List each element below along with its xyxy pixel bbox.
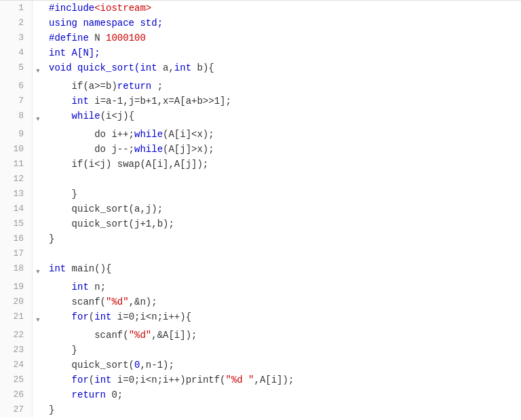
fold-indicator <box>33 358 43 373</box>
line-content: if(a>=b)return ; <box>43 79 521 94</box>
line-content: int A[N]; <box>43 45 521 60</box>
fold-indicator <box>33 127 43 142</box>
line-content: quick_sort(0,n-1); <box>43 358 521 373</box>
line-number: 1 <box>0 1 33 16</box>
line-number: 9 <box>0 127 33 142</box>
fold-indicator <box>33 402 43 417</box>
line-number: 14 <box>0 202 33 216</box>
line-content: #include<iostream> <box>43 1 521 16</box>
line-row: 12 <box>0 172 521 187</box>
line-number: 8 <box>0 109 33 127</box>
line-number: 27 <box>0 402 33 417</box>
line-content: quick_sort(j+1,b); <box>43 216 521 231</box>
line-row: 26 return 0; <box>0 387 521 402</box>
line-content: } <box>43 343 521 358</box>
fold-indicator <box>33 1 43 16</box>
line-content: } <box>43 402 521 417</box>
fold-indicator <box>33 231 43 246</box>
line-row: 4int A[N]; <box>0 45 521 60</box>
line-content: for(int i=0;i<n;i++){ <box>43 309 521 328</box>
fold-indicator <box>33 246 43 261</box>
line-content <box>43 246 521 261</box>
line-row: 14 quick_sort(a,j); <box>0 202 521 216</box>
line-row: 15 quick_sort(j+1,b); <box>0 216 521 231</box>
line-number: 23 <box>0 343 33 358</box>
line-content: using namespace std; <box>43 16 521 31</box>
line-number: 6 <box>0 79 33 94</box>
fold-indicator <box>33 31 43 45</box>
fold-indicator <box>33 172 43 187</box>
line-content: void quick_sort(int a,int b){ <box>43 60 521 79</box>
line-content: do i++;while(A[i]<x); <box>43 127 521 142</box>
code-area: 1#include<iostream>2using namespace std;… <box>0 1 521 417</box>
line-number: 17 <box>0 246 33 261</box>
fold-indicator[interactable] <box>33 109 43 127</box>
line-row: 16} <box>0 231 521 246</box>
line-number: 22 <box>0 328 33 343</box>
line-row: 3#define N 1000100 <box>0 31 521 45</box>
line-row: 8 while(i<j){ <box>0 109 521 127</box>
fold-indicator <box>33 45 43 60</box>
line-content: if(i<j) swap(A[i],A[j]); <box>43 157 521 172</box>
line-row: 27} <box>0 402 521 417</box>
fold-indicator <box>33 216 43 231</box>
line-row: 20 scanf("%d",&n); <box>0 294 521 309</box>
line-number: 21 <box>0 309 33 328</box>
line-number: 2 <box>0 16 33 31</box>
line-row: 9 do i++;while(A[i]<x); <box>0 127 521 142</box>
fold-indicator <box>33 373 43 387</box>
line-number: 16 <box>0 231 33 246</box>
fold-indicator <box>33 79 43 94</box>
line-content: int main(){ <box>43 261 521 280</box>
fold-indicator[interactable] <box>33 309 43 328</box>
line-row: 1#include<iostream> <box>0 1 521 16</box>
fold-indicator <box>33 142 43 157</box>
line-row: 24 quick_sort(0,n-1); <box>0 358 521 373</box>
line-number: 24 <box>0 358 33 373</box>
line-number: 25 <box>0 373 33 387</box>
line-number: 20 <box>0 294 33 309</box>
line-number: 19 <box>0 280 33 294</box>
line-content: #define N 1000100 <box>43 31 521 45</box>
line-number: 26 <box>0 387 33 402</box>
line-content: scanf("%d",&A[i]); <box>43 328 521 343</box>
fold-indicator <box>33 343 43 358</box>
line-number: 4 <box>0 45 33 60</box>
line-number: 12 <box>0 172 33 187</box>
line-content: return 0; <box>43 387 521 402</box>
line-content: } <box>43 187 521 202</box>
line-content <box>43 172 521 187</box>
line-row: 23 } <box>0 343 521 358</box>
line-content: scanf("%d",&n); <box>43 294 521 309</box>
line-number: 5 <box>0 60 33 79</box>
line-content: int i=a-1,j=b+1,x=A[a+b>>1]; <box>43 94 521 109</box>
line-row: 22 scanf("%d",&A[i]); <box>0 328 521 343</box>
line-row: 6 if(a>=b)return ; <box>0 79 521 94</box>
fold-indicator <box>33 16 43 31</box>
line-number: 15 <box>0 216 33 231</box>
line-row: 18int main(){ <box>0 261 521 280</box>
line-content: while(i<j){ <box>43 109 521 127</box>
line-number: 3 <box>0 31 33 45</box>
line-content: int n; <box>43 280 521 294</box>
line-number: 18 <box>0 261 33 280</box>
fold-indicator <box>33 187 43 202</box>
line-row: 13 } <box>0 187 521 202</box>
line-content: do j--;while(A[j]>x); <box>43 142 521 157</box>
line-row: 21 for(int i=0;i<n;i++){ <box>0 309 521 328</box>
fold-indicator <box>33 280 43 294</box>
fold-indicator[interactable] <box>33 261 43 280</box>
line-content: for(int i=0;i<n;i++)printf("%d ",A[i]); <box>43 373 521 387</box>
line-number: 13 <box>0 187 33 202</box>
line-number: 10 <box>0 142 33 157</box>
line-row: 10 do j--;while(A[j]>x); <box>0 142 521 157</box>
fold-indicator <box>33 94 43 109</box>
fold-indicator <box>33 387 43 402</box>
line-row: 11 if(i<j) swap(A[i],A[j]); <box>0 157 521 172</box>
line-number: 11 <box>0 157 33 172</box>
fold-indicator[interactable] <box>33 60 43 79</box>
line-row: 17 <box>0 246 521 261</box>
line-row: 7 int i=a-1,j=b+1,x=A[a+b>>1]; <box>0 94 521 109</box>
fold-indicator <box>33 294 43 309</box>
fold-indicator <box>33 157 43 172</box>
